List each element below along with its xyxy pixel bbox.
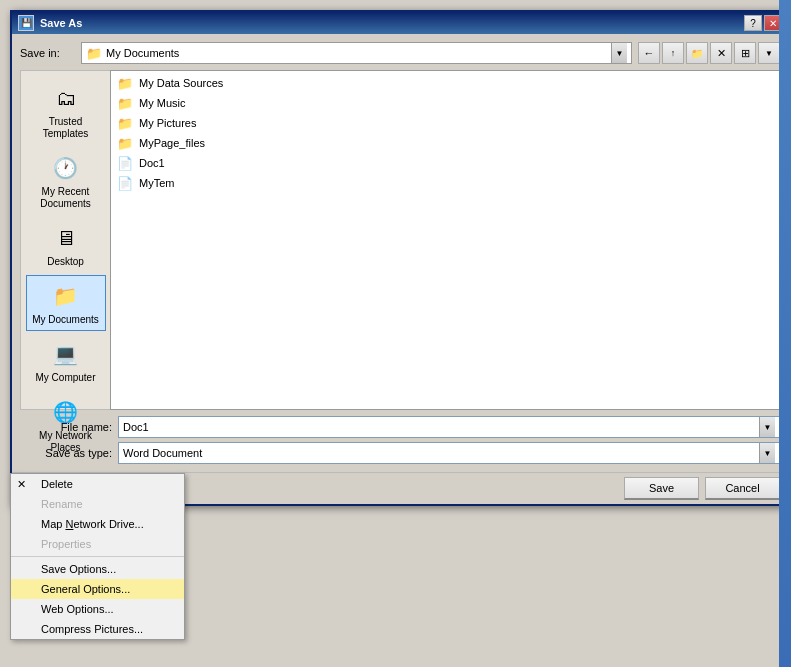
file-name-label: File name:	[22, 421, 112, 433]
sidebar-label-my-documents: My Documents	[32, 314, 99, 326]
back-button[interactable]: ←	[638, 42, 660, 64]
action-buttons: Save Cancel	[624, 477, 780, 500]
sidebar-item-my-documents[interactable]: 📁 My Documents	[26, 275, 106, 331]
trusted-templates-icon: 🗂	[50, 82, 82, 114]
dialog-title: Save As	[40, 17, 82, 29]
file-name: Doc1	[139, 157, 165, 169]
file-name: My Music	[139, 97, 185, 109]
menu-item-web-options-label: Web Options...	[41, 603, 114, 615]
list-item[interactable]: 📁 MyPage_files	[113, 133, 777, 153]
my-computer-icon: 💻	[50, 338, 82, 370]
save-in-label: Save in:	[20, 47, 75, 59]
views-more-button[interactable]: ▼	[758, 42, 780, 64]
list-item[interactable]: 📁 My Pictures	[113, 113, 777, 133]
xp-right-panel	[779, 0, 791, 667]
sidebar-label-trusted-templates: Trusted Templates	[29, 116, 103, 140]
menu-item-save-options[interactable]: Save Options...	[11, 559, 184, 579]
sidebar-label-my-recent-documents: My Recent Documents	[29, 186, 103, 210]
toolbar-buttons: ← ↑ 📁 ✕ ⊞ ▼	[638, 42, 780, 64]
folder-icon: 📁	[117, 135, 133, 151]
file-name-dropdown-arrow[interactable]: ▼	[759, 417, 775, 437]
views-button[interactable]: ⊞	[734, 42, 756, 64]
main-area: 🗂 Trusted Templates 🕐 My Recent Document…	[20, 70, 780, 410]
save-in-dropdown-arrow[interactable]: ▼	[611, 43, 627, 63]
title-bar: 💾 Save As ? ✕	[12, 12, 788, 34]
create-folder-button[interactable]: 📁	[686, 42, 708, 64]
sidebar-item-my-recent-documents[interactable]: 🕐 My Recent Documents	[26, 147, 106, 215]
cancel-button[interactable]: Cancel	[705, 477, 780, 500]
save-label: Save	[649, 482, 674, 494]
dialog-body: Save in: 📁 My Documents ▼ ← ↑ 📁 ✕ ⊞ ▼ 🗂	[12, 34, 788, 472]
title-bar-buttons: ? ✕	[744, 15, 782, 31]
file-name-input-value: Doc1	[123, 421, 759, 433]
save-type-row: Save as type: Word Document ▼	[22, 442, 780, 464]
menu-item-compress-pictures-label: Compress Pictures...	[41, 623, 143, 635]
menu-item-properties-label: Properties	[41, 538, 91, 550]
sidebar-label-desktop: Desktop	[47, 256, 84, 268]
folder-icon: 📁	[117, 95, 133, 111]
list-item[interactable]: 📄 MyTem	[113, 173, 777, 193]
bottom-section: File name: Doc1 ▼ Save as type: Word Doc…	[20, 416, 780, 464]
delete-button[interactable]: ✕	[710, 42, 732, 64]
save-in-value: My Documents	[106, 47, 607, 59]
sidebar-label-my-computer: My Computer	[35, 372, 95, 384]
title-bar-left: 💾 Save As	[18, 15, 82, 31]
menu-item-delete-label: Delete	[41, 478, 73, 490]
menu-item-map-network-drive[interactable]: Map Network Drive...	[11, 514, 184, 534]
sidebar-item-desktop[interactable]: 🖥 Desktop	[26, 217, 106, 273]
save-type-dropdown-arrow[interactable]: ▼	[759, 443, 775, 463]
sidebar-item-my-computer[interactable]: 💻 My Computer	[26, 333, 106, 389]
menu-item-rename[interactable]: Rename	[11, 494, 184, 514]
sidebar: 🗂 Trusted Templates 🕐 My Recent Document…	[20, 70, 110, 410]
menu-separator-1	[11, 556, 184, 557]
sidebar-item-trusted-templates[interactable]: 🗂 Trusted Templates	[26, 77, 106, 145]
menu-item-general-options[interactable]: General Options...	[11, 579, 184, 599]
file-name-input[interactable]: Doc1 ▼	[118, 416, 780, 438]
save-button[interactable]: Save	[624, 477, 699, 500]
file-name: My Pictures	[139, 117, 196, 129]
folder-icon: 📁	[117, 115, 133, 131]
menu-item-compress-pictures[interactable]: Compress Pictures...	[11, 619, 184, 639]
doc-icon: 📄	[117, 155, 133, 171]
folder-icon: 📁	[117, 75, 133, 91]
list-item[interactable]: 📄 Doc1	[113, 153, 777, 173]
file-name-row: File name: Doc1 ▼	[22, 416, 780, 438]
menu-item-save-options-label: Save Options...	[41, 563, 116, 575]
menu-item-delete[interactable]: ✕ Delete	[11, 474, 184, 494]
my-recent-documents-icon: 🕐	[50, 152, 82, 184]
save-in-row: Save in: 📁 My Documents ▼ ← ↑ 📁 ✕ ⊞ ▼	[20, 42, 780, 64]
help-button[interactable]: ?	[744, 15, 762, 31]
menu-item-rename-label: Rename	[41, 498, 83, 510]
menu-item-general-options-label: General Options...	[41, 583, 130, 595]
file-list[interactable]: 📁 My Data Sources 📁 My Music 📁 My Pictur…	[110, 70, 780, 410]
save-type-value: Word Document	[123, 447, 759, 459]
dialog-icon: 💾	[18, 15, 34, 31]
my-documents-icon: 📁	[50, 280, 82, 312]
file-name: MyPage_files	[139, 137, 205, 149]
menu-item-properties[interactable]: Properties	[11, 534, 184, 554]
menu-item-web-options[interactable]: Web Options...	[11, 599, 184, 619]
save-in-combo[interactable]: 📁 My Documents ▼	[81, 42, 632, 64]
save-type-input[interactable]: Word Document ▼	[118, 442, 780, 464]
delete-icon: ✕	[17, 478, 26, 491]
up-folder-button[interactable]: ↑	[662, 42, 684, 64]
file-name: My Data Sources	[139, 77, 223, 89]
save-as-dialog: 💾 Save As ? ✕ Save in: 📁 My Documents ▼ …	[10, 10, 790, 506]
desktop-icon: 🖥	[50, 222, 82, 254]
cancel-label: Cancel	[725, 482, 759, 494]
file-name: MyTem	[139, 177, 174, 189]
menu-item-map-network-drive-label: Map Network Drive...	[41, 518, 144, 530]
list-item[interactable]: 📁 My Music	[113, 93, 777, 113]
save-type-label: Save as type:	[22, 447, 112, 459]
tools-dropdown-menu: ✕ Delete Rename Map Network Drive... Pro…	[10, 473, 185, 640]
list-item[interactable]: 📁 My Data Sources	[113, 73, 777, 93]
doc-icon: 📄	[117, 175, 133, 191]
